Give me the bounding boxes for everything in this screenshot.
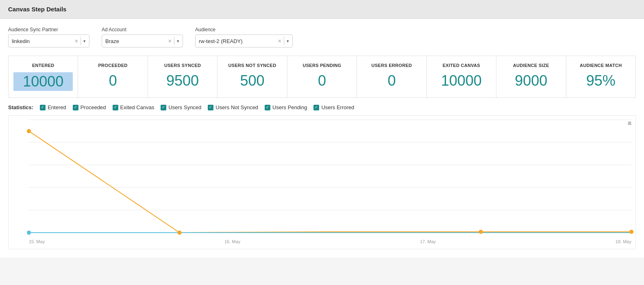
metric-cell-8: AUDIENCE MATCH95% bbox=[566, 56, 635, 97]
metric-value-8: 95% bbox=[571, 72, 631, 89]
metric-cell-5: USERS ERRORED0 bbox=[357, 56, 426, 97]
stat-item-4[interactable]: Users Not Synced bbox=[208, 104, 258, 110]
stat-checkbox-6[interactable] bbox=[313, 105, 319, 110]
metric-cell-2: USERS SYNCED9500 bbox=[148, 56, 218, 97]
dot-entered-may15 bbox=[27, 129, 31, 133]
audience-value: rw-test-2 (READY) bbox=[199, 38, 276, 44]
stat-label-6: Users Errored bbox=[321, 104, 354, 110]
page-header: Canvas Step Details bbox=[0, 0, 644, 19]
select-divider-2 bbox=[174, 37, 174, 45]
stat-checkbox-2[interactable] bbox=[113, 105, 118, 110]
stat-label-3: Users Synced bbox=[168, 104, 201, 110]
metric-cell-7: AUDIENCE SIZE9000 bbox=[496, 56, 566, 97]
metric-value-2: 9500 bbox=[153, 72, 212, 89]
entered-line bbox=[29, 131, 631, 233]
filters-row: Audience Sync Partner linkedin × ▾ Ad Ac… bbox=[8, 27, 636, 48]
select-divider-3 bbox=[284, 37, 284, 45]
metric-cell-3: USERS NOT SYNCED500 bbox=[218, 56, 287, 97]
x-axis-labels: 15. May16. May17. May18. May bbox=[29, 239, 631, 244]
metric-label-6: EXITED CANVAS bbox=[432, 63, 491, 68]
x-label-2: 17. May bbox=[420, 239, 436, 244]
metric-value-4: 0 bbox=[292, 72, 352, 89]
metric-cell-6: EXITED CANVAS10000 bbox=[427, 56, 496, 97]
chart-area: 15. May16. May17. May18. May bbox=[29, 120, 631, 233]
ad-account-value: Braze bbox=[105, 38, 166, 44]
ad-account-select[interactable]: Braze × ▾ bbox=[102, 35, 183, 48]
stat-checkbox-3[interactable] bbox=[161, 105, 166, 110]
page-title: Canvas Step Details bbox=[8, 6, 66, 13]
audience-sync-partner-group: Audience Sync Partner linkedin × ▾ bbox=[8, 27, 89, 48]
metric-value-5: 0 bbox=[362, 72, 421, 89]
stat-item-6[interactable]: Users Errored bbox=[313, 104, 354, 110]
statistics-row: Statistics: EnteredProceededExited Canva… bbox=[8, 104, 636, 110]
dot-entered-may17 bbox=[479, 230, 483, 234]
main-content: Audience Sync Partner linkedin × ▾ Ad Ac… bbox=[0, 19, 644, 257]
metric-label-2: USERS SYNCED bbox=[153, 63, 212, 68]
stat-checkbox-0[interactable] bbox=[40, 105, 46, 110]
stat-label-0: Entered bbox=[48, 104, 66, 110]
metric-label-8: AUDIENCE MATCH bbox=[571, 63, 631, 68]
metric-label-0: ENTERED bbox=[13, 63, 73, 68]
stat-item-5[interactable]: Users Pending bbox=[265, 104, 307, 110]
chart-container: ≡ 1251007550250 bbox=[8, 115, 636, 249]
metric-label-1: PROCEEDED bbox=[83, 63, 142, 68]
stat-item-0[interactable]: Entered bbox=[40, 104, 66, 110]
x-label-1: 16. May bbox=[224, 239, 240, 244]
metric-label-3: USERS NOT SYNCED bbox=[222, 63, 282, 68]
select-divider bbox=[80, 37, 81, 45]
metric-cell-0: ENTERED10000 bbox=[9, 56, 78, 97]
metric-value-6: 10000 bbox=[432, 72, 491, 89]
chart-svg bbox=[29, 120, 631, 233]
audience-group: Audience rw-test-2 (READY) × ▾ bbox=[195, 27, 293, 48]
chevron-down-icon[interactable]: ▾ bbox=[83, 39, 86, 44]
ad-account-label: Ad Account bbox=[102, 27, 183, 32]
dot-entered-may16 bbox=[177, 231, 181, 235]
dot-entered-may18 bbox=[629, 230, 633, 234]
audience-clear-icon[interactable]: × bbox=[278, 38, 281, 44]
stat-item-1[interactable]: Proceeded bbox=[73, 104, 106, 110]
statistics-label: Statistics: bbox=[8, 104, 33, 110]
metric-label-5: USERS ERRORED bbox=[362, 63, 421, 68]
x-label-0: 15. May bbox=[29, 239, 45, 244]
metric-label-7: AUDIENCE SIZE bbox=[501, 63, 561, 68]
ad-account-clear-icon[interactable]: × bbox=[168, 38, 172, 44]
x-label-3: 18. May bbox=[616, 239, 631, 244]
stat-label-4: Users Not Synced bbox=[215, 104, 258, 110]
stat-checkbox-1[interactable] bbox=[73, 105, 78, 110]
dot-synced-may15 bbox=[27, 231, 31, 235]
audience-label: Audience bbox=[195, 27, 293, 32]
metrics-row: ENTERED10000PROCEEDED0USERS SYNCED9500US… bbox=[8, 56, 636, 98]
stat-item-2[interactable]: Exited Canvas bbox=[113, 104, 154, 110]
stat-label-1: Proceeded bbox=[80, 104, 106, 110]
metric-value-0: 10000 bbox=[13, 72, 73, 91]
ad-account-group: Ad Account Braze × ▾ bbox=[102, 27, 183, 48]
audience-sync-partner-clear-icon[interactable]: × bbox=[75, 38, 78, 44]
metric-label-4: USERS PENDING bbox=[292, 63, 352, 68]
stat-checkbox-4[interactable] bbox=[208, 105, 213, 110]
metric-value-7: 9000 bbox=[501, 72, 561, 89]
chevron-down-icon-3[interactable]: ▾ bbox=[287, 39, 289, 44]
chevron-down-icon-2[interactable]: ▾ bbox=[177, 39, 179, 44]
metric-value-1: 0 bbox=[83, 72, 142, 89]
metric-cell-4: USERS PENDING0 bbox=[287, 56, 357, 97]
audience-sync-partner-value: linkedin bbox=[12, 38, 72, 44]
stat-label-2: Exited Canvas bbox=[120, 104, 154, 110]
stat-item-3[interactable]: Users Synced bbox=[161, 104, 201, 110]
stat-label-5: Users Pending bbox=[272, 104, 307, 110]
audience-sync-partner-select[interactable]: linkedin × ▾ bbox=[8, 35, 89, 48]
stat-checkbox-5[interactable] bbox=[265, 105, 270, 110]
audience-select[interactable]: rw-test-2 (READY) × ▾ bbox=[195, 35, 293, 48]
metric-value-3: 500 bbox=[222, 72, 282, 89]
metric-cell-1: PROCEEDED0 bbox=[78, 56, 148, 97]
audience-sync-partner-label: Audience Sync Partner bbox=[8, 27, 89, 32]
